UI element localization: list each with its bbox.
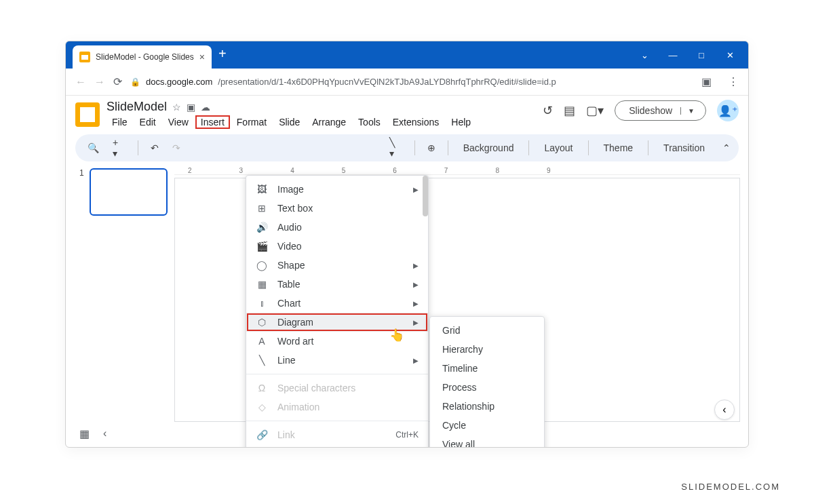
cursor-hand-icon: 👆 xyxy=(389,328,404,343)
tab-title: SlideModel - Google Slides xyxy=(96,52,194,62)
menu-item-label: Link xyxy=(277,429,386,440)
insert-menu-item-image[interactable]: 🖼Image▶ xyxy=(246,180,428,199)
nav-back-icon[interactable]: ← xyxy=(75,76,86,88)
cloud-status-icon: ☁ xyxy=(201,102,210,113)
titlebar: SlideModel - Google Slides × + ⌄ — □ ✕ xyxy=(66,41,748,69)
close-window-button[interactable]: ✕ xyxy=(725,50,735,60)
collapse-toolbar-icon[interactable]: ⌃ xyxy=(722,142,731,153)
table-icon: ▦ xyxy=(256,279,268,290)
insert-menu-item-text-box[interactable]: ⊞Text box xyxy=(246,199,428,218)
app-header: SlideModel ☆ ▣ ☁ FileEditViewInsertForma… xyxy=(66,96,748,129)
submenu-arrow-icon: ▶ xyxy=(413,319,419,326)
menu-file[interactable]: File xyxy=(106,115,133,129)
new-slide-icon[interactable]: + ▾ xyxy=(109,134,130,161)
filmstrip: 1 xyxy=(66,161,174,442)
insert-menu-item-video[interactable]: 🎬Video xyxy=(246,237,428,256)
watermark: SLIDEMODEL.COM xyxy=(681,482,780,492)
insert-menu-dropdown: 🖼Image▶⊞Text box🔊Audio🎬Video◯Shape▶▦Tabl… xyxy=(246,175,429,448)
line-tool-icon[interactable]: ╲ ▾ xyxy=(385,134,406,161)
menu-arrange[interactable]: Arrange xyxy=(307,115,351,129)
insert-menu-item-audio[interactable]: 🔊Audio xyxy=(246,218,428,237)
insert-menu-item-shape[interactable]: ◯Shape▶ xyxy=(246,256,428,275)
menu-slide[interactable]: Slide xyxy=(273,115,305,129)
toolbar: 🔍 + ▾ ↶ ↷ ╲ ▾ ⊕ Background Layout Theme … xyxy=(75,134,739,161)
share-button[interactable]: 👤⁺ xyxy=(717,100,739,121)
browser-tab[interactable]: SlideModel - Google Slides × xyxy=(73,45,212,69)
insert-menu-item-table[interactable]: ▦Table▶ xyxy=(246,275,428,294)
menu-item-label: Shape xyxy=(277,260,404,271)
insert-menu-item-line[interactable]: ╲Line▶ xyxy=(246,351,428,370)
submenu-arrow-icon: ▶ xyxy=(413,357,419,364)
undo-icon[interactable]: ↶ xyxy=(147,140,163,156)
insert-textbox-icon[interactable]: ⊕ xyxy=(423,140,440,156)
transition-button[interactable]: Transition xyxy=(657,140,712,156)
menu-format[interactable]: Format xyxy=(231,115,272,129)
thumb-number: 1 xyxy=(79,168,84,216)
animation-icon: ◇ xyxy=(256,402,268,412)
layout-button[interactable]: Layout xyxy=(537,140,579,156)
menu-tools[interactable]: Tools xyxy=(353,115,386,129)
ruler-mark: 7 xyxy=(444,167,448,174)
insert-menu-item-chart[interactable]: ⫾Chart▶ xyxy=(246,294,428,313)
menu-extensions[interactable]: Extensions xyxy=(387,115,444,129)
redo-icon[interactable]: ↷ xyxy=(168,140,185,156)
minimize-button[interactable]: — xyxy=(668,50,678,60)
ruler-mark: 8 xyxy=(495,167,499,174)
diagram-option-process[interactable]: Process xyxy=(430,378,544,397)
browser-window: SlideModel - Google Slides × + ⌄ — □ ✕ ←… xyxy=(65,41,749,448)
diagram-option-view-all[interactable]: View all xyxy=(430,435,544,448)
comments-icon[interactable]: ▤ xyxy=(564,103,575,118)
slideshow-button[interactable]: Slideshow ▼ xyxy=(615,100,706,121)
expand-panel-button[interactable]: ‹ xyxy=(714,400,735,420)
submenu-arrow-icon: ▶ xyxy=(413,262,419,269)
theme-button[interactable]: Theme xyxy=(597,140,640,156)
diagram-option-timeline[interactable]: Timeline xyxy=(430,359,544,378)
new-tab-button[interactable]: + xyxy=(218,46,227,62)
slides-logo-icon[interactable] xyxy=(75,102,100,127)
doc-title[interactable]: SlideModel xyxy=(106,100,167,114)
diagram-option-grid[interactable]: Grid xyxy=(430,321,544,340)
star-icon[interactable]: ☆ xyxy=(172,102,181,113)
address-bar: ← → ⟳ 🔒 docs.google.com/presentation/d/1… xyxy=(66,69,748,96)
maximize-button[interactable]: □ xyxy=(697,50,706,60)
menu-item-label: Video xyxy=(277,241,419,252)
share-person-icon: 👤⁺ xyxy=(718,104,737,117)
meet-icon[interactable]: ▢▾ xyxy=(586,103,604,118)
submenu-arrow-icon: ▶ xyxy=(413,300,419,307)
prev-slide-icon[interactable]: ‹ xyxy=(103,427,106,440)
menu-insert[interactable]: Insert xyxy=(195,115,230,129)
slide-thumbnail[interactable] xyxy=(90,168,168,216)
url-field[interactable]: 🔒 docs.google.com/presentation/d/1-4x6D0… xyxy=(130,77,693,87)
insert-menu-item-comment[interactable]: ⊕CommentCtrl+Alt+M xyxy=(246,444,428,448)
menu-view[interactable]: View xyxy=(163,115,194,129)
search-menus-icon[interactable]: 🔍 xyxy=(83,140,103,156)
background-button[interactable]: Background xyxy=(457,140,521,156)
word-art-icon: A xyxy=(256,336,268,347)
menu-item-label: Image xyxy=(277,184,404,195)
submenu-arrow-icon: ▶ xyxy=(413,186,419,193)
reload-icon[interactable]: ⟳ xyxy=(113,75,122,88)
menu-help[interactable]: Help xyxy=(446,115,476,129)
menu-edit[interactable]: Edit xyxy=(134,115,161,129)
nav-forward-icon[interactable]: → xyxy=(94,76,105,88)
diagram-submenu: GridHierarchyTimelineProcessRelationship… xyxy=(429,316,545,448)
diagram-option-hierarchy[interactable]: Hierarchy xyxy=(430,340,544,359)
url-domain: docs.google.com xyxy=(146,77,212,87)
insert-menu-item-animation: ◇Animation xyxy=(246,398,428,416)
slideshow-dropdown-icon[interactable]: ▼ xyxy=(680,107,695,115)
install-app-icon[interactable]: ▣ xyxy=(701,75,712,88)
grid-view-icon[interactable]: ▦ xyxy=(79,427,90,440)
tab-close-icon[interactable]: × xyxy=(199,52,205,62)
move-folder-icon[interactable]: ▣ xyxy=(187,102,195,113)
browser-menu-icon[interactable]: ⋮ xyxy=(728,75,739,88)
ruler-mark: 9 xyxy=(547,167,551,174)
history-icon[interactable]: ↺ xyxy=(543,103,553,118)
diagram-option-cycle[interactable]: Cycle xyxy=(430,416,544,435)
menu-divider xyxy=(246,421,428,421)
diagram-option-relationship[interactable]: Relationship xyxy=(430,397,544,416)
menu-item-label: Animation xyxy=(277,402,419,412)
ruler-mark: 5 xyxy=(342,167,346,174)
chevron-down-icon[interactable]: ⌄ xyxy=(640,50,649,60)
insert-menu-item-link: 🔗LinkCtrl+K xyxy=(246,425,428,444)
menu-item-label: Audio xyxy=(277,222,419,233)
